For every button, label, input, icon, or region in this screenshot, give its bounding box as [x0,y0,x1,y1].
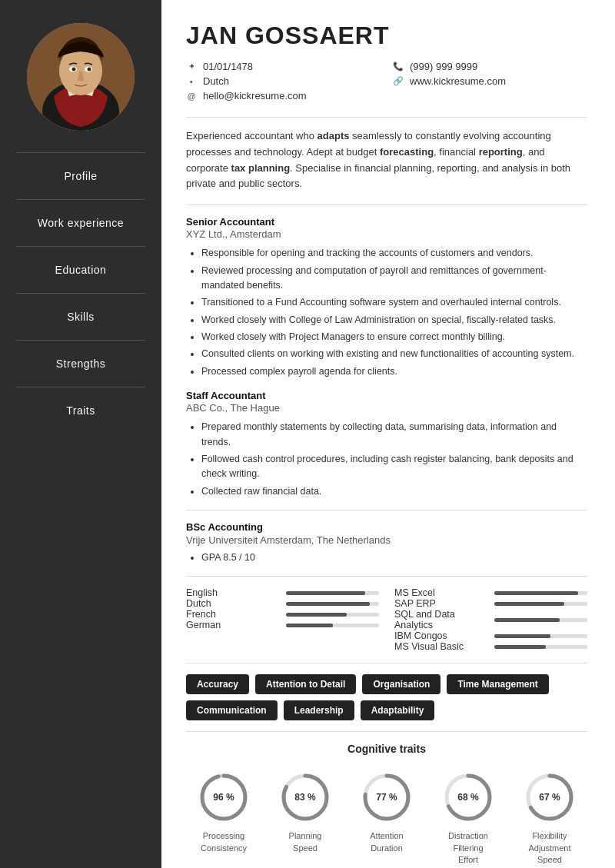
trait-circle-1: 96 % [197,770,251,824]
bullet-item: Followed cash control procedures, includ… [201,452,587,482]
divider-after-strengths [186,731,587,732]
skill-bar-fill [286,591,365,595]
job-company-2: ABC Co., The Hague [186,402,587,414]
dob-value: 01/01/1478 [203,61,253,72]
trait-label-5: FlexibilityAdjustmentSpeed [528,830,570,866]
skill-bar-bg [494,591,587,595]
skill-bar-bg [286,591,379,595]
bullet-item: Reviewed processing and computation of p… [201,264,587,294]
contact-phone: 📞 (999) 999 9999 [393,61,587,72]
skill-row: French [186,609,379,620]
avatar-image [27,23,135,131]
svg-point-7 [88,68,91,72]
skill-name: MS Visual Basic [394,641,487,652]
job-bullets-2: Prepared monthly statements by collectin… [186,420,587,499]
trait-label-2: PlanningSpeed [289,830,322,854]
contact-dob: ✦ 01/01/1478 [186,61,381,72]
skills-languages: English Dutch French German [186,587,379,652]
website-value: www.kickresume.com [410,75,506,87]
bullet-item: Responsible for opening and tracking the… [201,246,587,261]
trait-value-3: 77 % [376,792,397,803]
job-bullets-1: Responsible for opening and tracking the… [186,246,587,379]
edu-degree: BSc Accounting [186,521,587,533]
strengths-section: Accuracy Attention to Detail Organisatio… [186,674,587,720]
strength-badge: Accuracy [186,674,249,694]
skill-row: MS Excel [394,587,587,598]
skill-bar-bg [286,613,379,617]
bullet-item: Consulted clients on working with existi… [201,347,587,361]
sidebar-item-strengths: Strengths [0,347,161,381]
svg-point-6 [72,68,76,72]
bullet-item: Worked closely with College of Law Admin… [201,313,587,328]
sidebar-divider-4 [16,293,145,294]
bullet-item: Prepared monthly statements by collectin… [201,420,587,450]
skill-row: English [186,587,379,598]
divider-after-header [186,117,587,118]
trait-circle-4: 68 % [441,770,495,824]
trait-value-4: 68 % [457,792,478,803]
sidebar-divider-5 [16,340,145,341]
flag-icon: ▪ [186,77,197,86]
nationality-value: Dutch [203,75,229,87]
trait-value-2: 83 % [294,792,315,803]
skill-row: MS Visual Basic [394,641,587,652]
skill-row: Dutch [186,598,379,609]
work-experience-section: Senior Accountant XYZ Ltd., Amsterdam Re… [186,216,587,499]
job-title-2: Staff Accountant [186,390,587,401]
main-content: JAN GOSSAERT ✦ 01/01/1478 📞 (999) 999 99… [161,0,615,868]
sidebar-divider-3 [16,246,145,247]
sidebar-divider-2 [16,199,145,200]
trait-value-5: 67 % [539,792,560,803]
dob-icon: ✦ [186,62,197,72]
skill-name: SAP ERP [394,598,487,609]
profile-text: Experienced accountant who adapts seamle… [186,128,587,192]
sidebar-divider-1 [16,152,145,153]
strength-badge: Organisation [362,674,440,694]
avatar [27,23,135,131]
trait-item-processing: 96 % ProcessingConsistency [197,770,251,854]
traits-title: Cognitive traits [186,743,587,755]
skill-name: SQL and Data Analytics [394,609,487,630]
skills-section: English Dutch French German [186,587,587,652]
trait-label-3: AttentionDuration [370,830,403,854]
job-title-1: Senior Accountant [186,216,587,228]
skill-bar-fill [494,591,578,595]
email-icon: @ [186,91,197,101]
contact-email: @ hello@kickresume.com [186,90,381,101]
trait-item-flexibility: 67 % FlexibilityAdjustmentSpeed [523,770,577,866]
skill-bar-fill [494,634,550,638]
skill-row: IBM Congos [394,630,587,641]
strength-badge: Communication [186,700,278,720]
candidate-name: JAN GOSSAERT [186,22,587,50]
skill-bar-bg [494,645,587,649]
bullet-item: Collected raw financial data. [201,484,587,499]
skills-tech: MS Excel SAP ERP SQL and Data Analytics … [394,587,587,652]
skill-bar-fill [286,613,347,617]
bullet-item: Processed complex payroll agenda for cli… [201,364,587,379]
skill-bar-bg [494,634,587,638]
gpa-item: GPA 8.5 / 10 [201,550,587,565]
skill-row: SQL and Data Analytics [394,609,587,630]
skill-name: English [186,587,278,598]
sidebar-item-education: Education [0,253,161,287]
trait-item-planning: 83 % PlanningSpeed [278,770,332,854]
skill-bar-bg [494,618,587,622]
skill-name: French [186,609,278,620]
trait-item-distraction: 68 % DistractionFilteringEffort [441,770,495,866]
phone-value: (999) 999 9999 [410,61,477,72]
phone-icon: 📞 [393,62,404,72]
skill-bar-bg [286,602,379,606]
bullet-item: Transitioned to a Fund Accounting softwa… [201,295,587,310]
job-company-1: XYZ Ltd., Amsterdam [186,228,587,240]
edu-bullets: GPA 8.5 / 10 [186,550,587,565]
skill-bar-fill [494,602,564,606]
skill-name: IBM Congos [394,630,487,641]
traits-grid: 96 % ProcessingConsistency 83 % Planning… [186,770,587,866]
skill-bar-fill [286,624,333,627]
email-value: hello@kickresume.com [203,90,307,101]
sidebar-item-traits: Traits [0,394,161,427]
trait-value-1: 96 % [213,792,234,803]
strength-badge: Leadership [284,700,354,720]
skill-name: German [186,620,278,630]
trait-circle-5: 67 % [523,770,577,824]
